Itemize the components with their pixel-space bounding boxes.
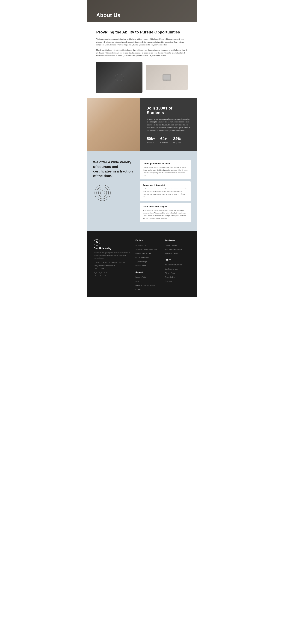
policy-accessibility-link[interactable]: Accessibility Statement (165, 264, 182, 266)
list-item: Online Score Entry System (136, 284, 161, 286)
stats-heading: Join 1000s of Students (147, 106, 190, 115)
footer-policy-heading: Policy (165, 259, 190, 261)
footer-admission-list: Local Admission International Admission … (165, 244, 190, 255)
hero-section: About Us (87, 0, 197, 22)
admission-international-link[interactable]: International Admission (165, 248, 182, 250)
about-image-headphones (96, 62, 142, 93)
footer-brand-desc: Vestibulum ante ipsum primis in faucibus… (94, 252, 130, 260)
list-item: Privacy Policy (165, 272, 190, 274)
list-item: Learner / Tutor (136, 276, 161, 278)
circles-icon (93, 182, 112, 202)
list-item: International Admission (165, 248, 190, 250)
svg-point-8 (98, 189, 107, 197)
explore-news-link[interactable]: News & Media (136, 265, 146, 267)
courses-left: We offer a wide variety of courses and c… (93, 160, 134, 202)
footer-columns: Explore Study With Us Supported Distance… (136, 239, 190, 292)
list-item: News & Media (136, 264, 161, 267)
list-item: Cookie Policy (165, 276, 190, 278)
footer-logo: D (94, 239, 100, 246)
about-section: Providing the Ability to Pursue Opportun… (87, 22, 197, 98)
footer-address: 1234 Divi St. #1000, San Francisco, CA 9… (94, 261, 130, 264)
course-card-2-text: Luctus lectus non quisque turpis bibendu… (143, 188, 188, 198)
explore-study-link[interactable]: Study With Us (136, 244, 146, 246)
footer-logo-letter: D (96, 241, 98, 244)
admission-details-link[interactable]: Admission Details (165, 253, 178, 254)
footer-contact: 1234 Divi St. #1000, San Francisco, CA 9… (94, 261, 130, 270)
footer-policy-list: Accessibility Statement Conditions of Us… (165, 263, 190, 282)
tablet-image (146, 65, 188, 90)
list-item: Copyright (165, 280, 190, 282)
svg-point-0 (115, 74, 124, 81)
stats-image (87, 98, 140, 151)
policy-cookie-link[interactable]: Cookie Policy (165, 276, 175, 278)
course-card-3: Morbi tortor nibh fringilla Ac feugiat a… (140, 203, 191, 222)
list-item: Funding Your Studies (136, 252, 161, 255)
hero-title: About Us (96, 12, 120, 18)
about-para2: Mauris blandit aliquet elit, eget tincid… (96, 48, 188, 57)
list-item: Local Admission (165, 244, 190, 246)
footer-explore-heading: Explore (136, 239, 161, 242)
footer-brand-name: Divi University (94, 247, 130, 250)
explore-apprenticeships-link[interactable]: Apprenticeships (136, 261, 147, 262)
policy-copyright-link[interactable]: Copyright (165, 280, 172, 282)
explore-reputation-link[interactable]: Global Reputation (136, 257, 149, 258)
footer: D Divi University Vestibulum ante ipsum … (87, 231, 197, 297)
explore-funding-link[interactable]: Funding Your Studies (136, 253, 151, 254)
stats-content: Join 1000s of Students Vivamus id gravid… (140, 98, 197, 151)
stats-para: Vivamus id gravida mi, nec ullamcorper p… (147, 118, 190, 132)
footer-social: f t in (94, 272, 130, 276)
about-images (96, 62, 188, 93)
stat-programs: 24% Programs (173, 136, 181, 144)
svg-point-9 (100, 191, 105, 195)
policy-privacy-link[interactable]: Privacy Policy (165, 272, 175, 274)
footer-phone: (255) 352-6258 (94, 267, 130, 270)
facebook-icon[interactable]: f (94, 272, 97, 276)
stat-programs-number: 24% (173, 136, 181, 141)
footer-explore-list: Study With Us Supported Distance Learnin… (136, 244, 161, 267)
admission-local-link[interactable]: Local Admission (165, 244, 176, 246)
support-careers-link[interactable]: Careers (136, 288, 141, 290)
stat-countries-number: 64+ (160, 136, 168, 141)
svg-point-6 (95, 185, 110, 201)
instagram-icon[interactable]: in (104, 272, 107, 276)
courses-section: We offer a wide variety of courses and c… (87, 151, 197, 231)
stats-image-overlay (87, 98, 140, 151)
stats-numbers: 50k+ Students 64+ Countries 24% Programs (147, 136, 190, 144)
about-image-tablet (146, 65, 188, 90)
footer-col-admission: Admission Local Admission International … (165, 239, 190, 292)
svg-rect-1 (115, 76, 116, 79)
course-card-2-title: Donec sed finibus nisi (143, 184, 188, 186)
svg-rect-4 (164, 75, 170, 80)
courses-right: Lorem ipsum dolor sit amet Quisque aliqu… (140, 160, 191, 222)
course-card-1: Lorem ipsum dolor sit amet Quisque aliqu… (140, 160, 191, 179)
list-item: Global Reputation (136, 256, 161, 259)
course-card-3-text: Ac feugiat ante. Donec ultrices lobortis… (143, 209, 188, 220)
stat-students-label: Students (147, 142, 155, 144)
support-online-link[interactable]: Online Score Entry System (136, 284, 155, 286)
footer-email: hello@divionlineuniversity.com (94, 264, 130, 267)
support-staff-link[interactable]: Staff (136, 280, 139, 282)
list-item: Admission Details (165, 252, 190, 255)
explore-distance-link[interactable]: Supported Distance Learning (136, 248, 157, 250)
support-learner-link[interactable]: Learner / Tutor (136, 276, 146, 278)
svg-point-5 (166, 80, 167, 80)
course-card-2: Donec sed finibus nisi Luctus lectus non… (140, 181, 191, 200)
hero-overlay: About Us (87, 0, 197, 22)
course-card-1-title: Lorem ipsum dolor sit amet (143, 162, 188, 165)
footer-support-list: Learner / Tutor Staff Online Score Entry… (136, 276, 161, 291)
course-card-3-title: Morbi tortor nibh fringilla (143, 206, 188, 208)
twitter-icon[interactable]: t (99, 272, 102, 276)
footer-col-explore: Explore Study With Us Supported Distance… (136, 239, 161, 292)
list-item: Staff (136, 280, 161, 282)
footer-brand: D Divi University Vestibulum ante ipsum … (94, 239, 130, 292)
stat-students: 50k+ Students (147, 136, 155, 144)
headphones-image (96, 62, 142, 93)
list-item: Careers (136, 288, 161, 291)
list-item: Conditions of Use (165, 267, 190, 270)
courses-heading: We offer a wide variety of courses and c… (93, 160, 134, 178)
course-card-1-text: Quisque aliquet velit sit amet sem inter… (143, 166, 188, 176)
footer-support-heading: Support (136, 271, 161, 273)
svg-rect-2 (123, 76, 124, 79)
stats-section: Join 1000s of Students Vivamus id gravid… (87, 98, 197, 151)
policy-conditions-link[interactable]: Conditions of Use (165, 268, 178, 270)
